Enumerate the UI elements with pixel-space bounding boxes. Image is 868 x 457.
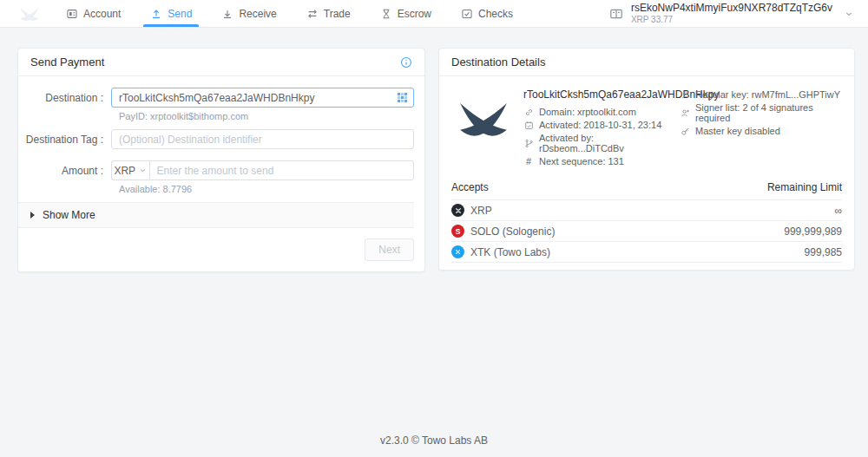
- show-more-label: Show More: [43, 209, 95, 221]
- fact-activated: Activated: 2018-10-31, 23:14: [523, 120, 680, 130]
- tab-label: Receive: [239, 8, 276, 20]
- destination-details-panel: Destination Details rTooLkitCksh5mQa67ea…: [438, 48, 855, 271]
- destination-input[interactable]: [111, 88, 414, 108]
- contacts-grid-icon[interactable]: [397, 92, 408, 103]
- accepts-column-header: Accepts: [451, 181, 489, 193]
- address-book-icon: [609, 7, 623, 21]
- tab-account[interactable]: Account: [51, 0, 135, 27]
- tab-label: Escrow: [398, 8, 431, 20]
- currency-selected-value: XRP: [114, 165, 135, 177]
- solo-coin-icon: S: [451, 225, 464, 238]
- accept-row-xtk: XTK (Towo Labs) 999,985: [451, 242, 842, 263]
- destination-address: rTooLkitCksh5mQa67eaa2JaWHDBnHkpy: [523, 88, 680, 101]
- fact-text: Next sequence: 131: [539, 156, 624, 166]
- details-panel-title: Destination Details: [451, 55, 545, 69]
- available-balance-hint: Available: 8.7796: [119, 184, 414, 194]
- collapsed-arrow-icon: [30, 212, 35, 219]
- remaining-limit: 999,985: [805, 246, 842, 258]
- escrow-hourglass-icon: [380, 8, 392, 20]
- key-icon: [680, 127, 690, 136]
- link-icon: [523, 108, 534, 117]
- fact-activated-by: Activated by: rDsbeom...DiTCdBv: [523, 133, 680, 153]
- currency-name: XRP: [470, 205, 492, 217]
- tab-label: Checks: [478, 8, 513, 20]
- xrp-toolkit-account-logo: [456, 91, 511, 147]
- remaining-limit: 999,999,989: [784, 225, 842, 238]
- send-panel-title: Send Payment: [30, 55, 104, 69]
- xrp-coin-icon: [451, 204, 464, 217]
- payid-hint: PayID: xrptoolkit$bithomp.com: [119, 111, 414, 121]
- send-payment-panel: Send Payment Destination : PayID: xrptoo…: [17, 48, 425, 272]
- chevron-down-icon: [139, 166, 147, 174]
- currency-select[interactable]: XRP: [111, 160, 149, 180]
- destination-tag-label: Destination Tag :: [18, 134, 111, 146]
- next-button[interactable]: Next: [365, 238, 414, 261]
- send-form: Destination : PayID: xrptoolkit$bithomp.…: [18, 76, 424, 228]
- account-icon: [66, 8, 78, 20]
- tab-send[interactable]: Send: [135, 0, 207, 27]
- tab-label: Account: [83, 8, 121, 20]
- active-account-address: rsEkoNwP4xtiMmyiFux9NXR78dTZqTzG6v: [631, 3, 832, 15]
- accept-row-xrp: XRP ∞: [451, 200, 842, 221]
- fact-text: Activated by: rDsbeom...DiTCdBv: [539, 133, 680, 153]
- amount-label: Amount :: [18, 165, 111, 177]
- account-selector-dropdown[interactable]: rsEkoNwP4xtiMmyiFux9NXR78dTZqTzG6v XRP 3…: [595, 0, 868, 27]
- tab-label: Send: [168, 8, 192, 20]
- user-icon: [680, 90, 690, 100]
- version-footer: v2.3.0 © Towo Labs AB: [0, 434, 868, 447]
- xrp-toolkit-logo-icon: [11, 3, 48, 25]
- chevron-down-icon: [844, 9, 854, 19]
- branch-icon: [523, 139, 534, 148]
- signer-list-icon: [680, 108, 690, 118]
- tab-checks[interactable]: Checks: [446, 0, 528, 27]
- fact-text: Activated: 2018-10-31, 23:14: [539, 120, 661, 130]
- main-nav: Account Send Receive Trade: [51, 0, 528, 27]
- fact-text: Regular key: rwM7fmL...GHPTiwY: [695, 89, 840, 100]
- send-icon: [150, 8, 162, 20]
- receive-icon: [221, 8, 233, 20]
- calendar-icon: [523, 121, 534, 130]
- xtk-coin-icon: [451, 245, 464, 258]
- remaining-limit: ∞: [834, 205, 842, 217]
- remaining-limit-column-header: Remaining Limit: [767, 181, 842, 193]
- app-window: Account Send Receive Trade: [0, 0, 868, 457]
- tab-receive[interactable]: Receive: [207, 0, 291, 27]
- tab-label: Trade: [324, 8, 351, 20]
- fact-text: Signer list: 2 of 4 signatures required: [695, 102, 842, 123]
- fact-next-sequence: # Next sequence: 131: [523, 156, 680, 166]
- main-content: Send Payment Destination : PayID: xrptoo…: [0, 28, 868, 272]
- checks-icon: [461, 8, 473, 20]
- fact-signer-list: Signer list: 2 of 4 signatures required: [680, 102, 842, 123]
- destination-tag-input[interactable]: [111, 129, 414, 149]
- hash-icon: #: [523, 156, 534, 166]
- fact-text: Domain: xrptoolkit.com: [539, 107, 636, 117]
- top-navigation-bar: Account Send Receive Trade: [0, 0, 868, 28]
- currency-name: SOLO (Sologenic): [470, 225, 555, 238]
- show-more-toggle[interactable]: Show More: [18, 202, 414, 228]
- fact-domain: Domain: xrptoolkit.com: [523, 107, 680, 117]
- destination-label: Destination :: [18, 92, 111, 104]
- tab-trade[interactable]: Trade: [292, 0, 365, 27]
- fact-master-key: Master key disabled: [680, 126, 842, 136]
- active-account-balance: XRP 33.77: [631, 15, 832, 25]
- amount-input[interactable]: [149, 160, 414, 180]
- currency-name: XTK (Towo Labs): [470, 246, 550, 258]
- info-icon[interactable]: [400, 56, 412, 69]
- tab-escrow[interactable]: Escrow: [365, 0, 446, 27]
- trade-icon: [306, 8, 319, 20]
- accepts-table: Accepts Remaining Limit XRP ∞ S: [439, 174, 854, 270]
- fact-text: Master key disabled: [695, 126, 780, 136]
- accept-row-solo: S SOLO (Sologenic) 999,999,989: [451, 221, 842, 242]
- fact-regular-key: Regular key: rwM7fmL...GHPTiwY: [680, 89, 842, 100]
